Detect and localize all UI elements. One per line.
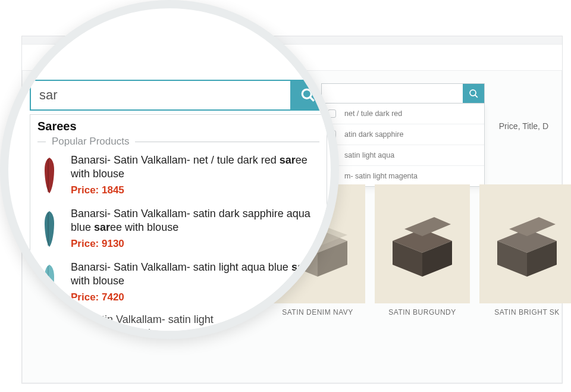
autocomplete-item[interactable]: Banarsi- Satin Valkallam- satin dark sap… [36, 203, 321, 257]
lens-circle: Sarees Popular Products Banar [0, 0, 339, 339]
back-search-widget: net / tule dark red atin dark sapphire s… [321, 83, 485, 187]
popular-products-header: Popular Products [36, 136, 321, 150]
sort-label[interactable]: Price, Title, D [499, 121, 548, 131]
back-dropdown-row[interactable]: net / tule dark red [322, 104, 484, 124]
back-search-dropdown: net / tule dark red atin dark sapphire s… [321, 104, 485, 187]
autocomplete-item-text: Banarsi- Satin Valkallam- satin dark sap… [71, 207, 319, 251]
svg-marker-13 [509, 217, 556, 236]
back-dropdown-row[interactable]: satin light aqua [322, 145, 484, 166]
product-thumbnail [37, 153, 61, 197]
autocomplete-item[interactable]: Banarsi- Satin Valkallam- net / tule dar… [36, 150, 321, 203]
price-label: Price: 9130 [71, 237, 319, 250]
svg-point-14 [302, 89, 311, 98]
back-dropdown-row[interactable]: atin dark sapphire [322, 124, 484, 145]
svg-line-15 [310, 97, 314, 101]
product-caption: SATIN DENIM NAVY [270, 308, 365, 316]
price-label: Price: 1845 [71, 184, 319, 197]
product-caption: SATIN BRIGHT SK [479, 308, 571, 316]
svg-marker-9 [404, 217, 451, 236]
svg-line-1 [475, 95, 477, 97]
product-card[interactable]: SATIN BRIGHT SK [479, 184, 571, 316]
product-box-icon [485, 205, 569, 283]
search-icon [300, 87, 316, 103]
search-icon [469, 89, 479, 99]
product-caption: SATIN BURGUNDY [375, 308, 470, 316]
suggested-category[interactable]: Sarees [36, 118, 321, 136]
product-box-icon [381, 205, 464, 283]
back-search-field [321, 83, 485, 104]
product-thumbnail [37, 207, 61, 251]
product-card[interactable]: SATIN BURGUNDY [375, 184, 470, 316]
product-thumb [479, 184, 571, 303]
product-thumb [375, 184, 470, 303]
magnifier-lens: Sarees Popular Products Banar [0, 0, 339, 339]
main-search-field [30, 80, 327, 111]
svg-point-0 [470, 90, 476, 96]
search-input[interactable] [31, 81, 290, 109]
back-search-input[interactable] [322, 84, 463, 103]
back-dropdown-row[interactable]: m- satin light magenta [322, 166, 484, 186]
autocomplete-item-text: Banarsi- Satin Valkallam- net / tule dar… [71, 153, 319, 197]
back-search-button[interactable] [463, 84, 484, 103]
saree-icon [40, 156, 59, 195]
saree-icon [40, 210, 59, 248]
